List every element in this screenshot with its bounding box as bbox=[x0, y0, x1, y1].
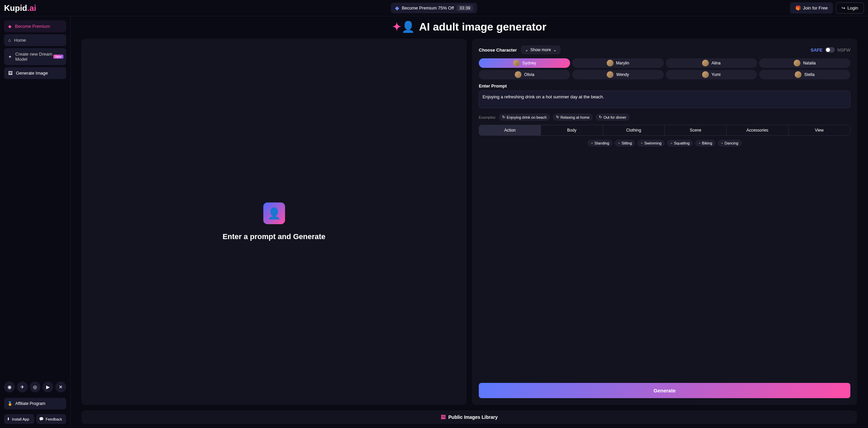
plus-icon: + bbox=[591, 141, 593, 145]
avatar bbox=[702, 60, 709, 66]
avatar bbox=[702, 71, 709, 78]
home-icon: ⌂ bbox=[8, 38, 11, 43]
placeholder-text: Enter a prompt and Generate bbox=[223, 232, 325, 241]
instagram-icon[interactable]: ◎ bbox=[30, 382, 41, 392]
plus-icon: + bbox=[670, 141, 672, 145]
sidebar-item-premium[interactable]: ◆ Become Premium bbox=[4, 20, 66, 32]
plus-icon: + bbox=[618, 141, 620, 145]
login-icon: ↪ bbox=[842, 5, 845, 11]
telegram-icon[interactable]: ✈ bbox=[17, 382, 28, 392]
download-icon: ⬇ bbox=[7, 417, 10, 421]
sparkle-icon: ✦ bbox=[8, 54, 12, 59]
character-wendy[interactable]: Wendy bbox=[572, 70, 663, 79]
diamond-icon: ◆ bbox=[395, 5, 399, 11]
tab-scene[interactable]: Scene bbox=[664, 125, 726, 135]
sidebar-item-label: Become Premium bbox=[15, 24, 50, 29]
gallery-icon: 🖼 bbox=[441, 414, 446, 420]
prompt-input[interactable] bbox=[479, 91, 850, 108]
ai-sparkle-icon: ✦👤 bbox=[392, 20, 415, 33]
chat-icon: 💬 bbox=[39, 417, 44, 421]
plus-icon: + bbox=[698, 141, 700, 145]
generate-button[interactable]: Generate bbox=[479, 383, 850, 398]
placeholder-icon: 👤 bbox=[263, 202, 285, 224]
tag-squatting[interactable]: + Squatting bbox=[667, 140, 693, 147]
premium-promo-banner[interactable]: ◆ Become Premium 75% Off 33:39 bbox=[391, 3, 477, 13]
tab-clothing[interactable]: Clothing bbox=[603, 125, 664, 135]
login-button[interactable]: ↪ Login bbox=[836, 2, 864, 14]
promo-text: Become Premium 75% Off bbox=[402, 5, 454, 11]
nsfw-label: NSFW bbox=[837, 47, 850, 53]
avatar bbox=[795, 71, 801, 78]
example-chip-beach[interactable]: ↻ Enjoying drink on beach bbox=[499, 114, 550, 121]
chevron-down-icon: ⌄ bbox=[525, 47, 528, 52]
tag-swimming[interactable]: + Swimming bbox=[637, 140, 665, 147]
tab-accessories[interactable]: Accessories bbox=[726, 125, 788, 135]
character-olivia[interactable]: Olivia bbox=[479, 70, 570, 79]
x-twitter-icon[interactable]: ✕ bbox=[55, 382, 66, 392]
character-grid: Sydney Marylin Alina Natalia bbox=[479, 58, 850, 79]
promo-timer: 33:39 bbox=[457, 5, 473, 11]
plus-icon: + bbox=[721, 141, 723, 145]
character-yumi[interactable]: Yumi bbox=[666, 70, 757, 79]
refresh-icon: ↻ bbox=[502, 115, 505, 119]
sidebar-item-home[interactable]: ⌂ Home bbox=[4, 34, 66, 46]
choose-character-label: Choose Character bbox=[479, 47, 517, 53]
avatar bbox=[607, 60, 614, 66]
preview-panel: 👤 Enter a prompt and Generate bbox=[81, 39, 467, 405]
character-marylin[interactable]: Marylin bbox=[572, 58, 663, 68]
tag-biking[interactable]: + Biking bbox=[695, 140, 715, 147]
tag-dancing[interactable]: + Dancing bbox=[718, 140, 742, 147]
chevron-down-icon: ⌄ bbox=[553, 47, 556, 52]
tag-standing[interactable]: + Standing bbox=[587, 140, 612, 147]
new-badge: New bbox=[53, 55, 63, 59]
sidebar-item-create-model[interactable]: ✦ Create new Dream Model New bbox=[4, 48, 66, 65]
logo[interactable]: Kupid.ai bbox=[4, 3, 36, 13]
install-app-button[interactable]: ⬇ Install App bbox=[4, 414, 34, 424]
avatar bbox=[607, 71, 614, 78]
character-natalia[interactable]: Natalia bbox=[759, 58, 850, 68]
plus-icon: + bbox=[641, 141, 643, 145]
tab-body[interactable]: Body bbox=[541, 125, 602, 135]
logo-suffix: .ai bbox=[27, 3, 36, 13]
refresh-icon: ↻ bbox=[599, 115, 602, 119]
image-icon: 🖼 bbox=[8, 71, 13, 76]
sidebar-item-label: Generate Image bbox=[16, 71, 48, 76]
prompt-label: Enter Prompt bbox=[479, 83, 850, 89]
character-stella[interactable]: Stella bbox=[759, 70, 850, 79]
badge-icon: 🏅 bbox=[7, 401, 13, 406]
avatar bbox=[794, 60, 800, 66]
sidebar-item-generate-image[interactable]: 🖼 Generate Image bbox=[4, 67, 66, 79]
diamond-icon: ◆ bbox=[8, 24, 12, 29]
discord-icon[interactable]: ◉ bbox=[4, 382, 15, 392]
avatar bbox=[513, 60, 520, 66]
feedback-button[interactable]: 💬 Feedback bbox=[36, 414, 67, 424]
youtube-icon[interactable]: ▶ bbox=[42, 382, 53, 392]
page-title: ✦👤 AI adult image generator bbox=[81, 20, 857, 33]
logo-brand: Kupid bbox=[4, 3, 27, 13]
tag-sitting[interactable]: + Sitting bbox=[615, 140, 635, 147]
tab-view[interactable]: View bbox=[788, 125, 850, 135]
avatar bbox=[515, 71, 522, 78]
tag-row: + Standing + Sitting + Swimming + Squatt… bbox=[479, 140, 850, 147]
sidebar-item-label: Home bbox=[14, 38, 26, 43]
show-more-button[interactable]: ⌄ Show more ⌄ bbox=[521, 45, 561, 54]
character-alina[interactable]: Alina bbox=[666, 58, 757, 68]
sidebar: ◆ Become Premium ⌂ Home ✦ Create new Dre… bbox=[0, 16, 71, 428]
character-sydney[interactable]: Sydney bbox=[479, 58, 570, 68]
examples-label: Examples: bbox=[479, 115, 496, 119]
affiliate-program-button[interactable]: 🏅 Affiliate Program bbox=[4, 398, 66, 409]
example-chip-dinner[interactable]: ↻ Out for dinner bbox=[596, 114, 629, 121]
gift-icon: 🎁 bbox=[795, 5, 801, 11]
category-tabs: Action Body Clothing Scene Accessories V… bbox=[479, 125, 850, 136]
refresh-icon: ↻ bbox=[556, 115, 559, 119]
public-library-button[interactable]: 🖼 Public Images Library bbox=[81, 410, 857, 424]
tab-action[interactable]: Action bbox=[479, 125, 541, 135]
safe-label: SAFE bbox=[811, 47, 823, 53]
join-free-button[interactable]: 🎁 Join for Free bbox=[790, 2, 833, 14]
controls-panel: Choose Character ⌄ Show more ⌄ SAFE NSFW bbox=[472, 39, 857, 405]
nsfw-toggle[interactable] bbox=[825, 47, 835, 53]
example-chip-home[interactable]: ↻ Relaxing at home bbox=[553, 114, 593, 121]
